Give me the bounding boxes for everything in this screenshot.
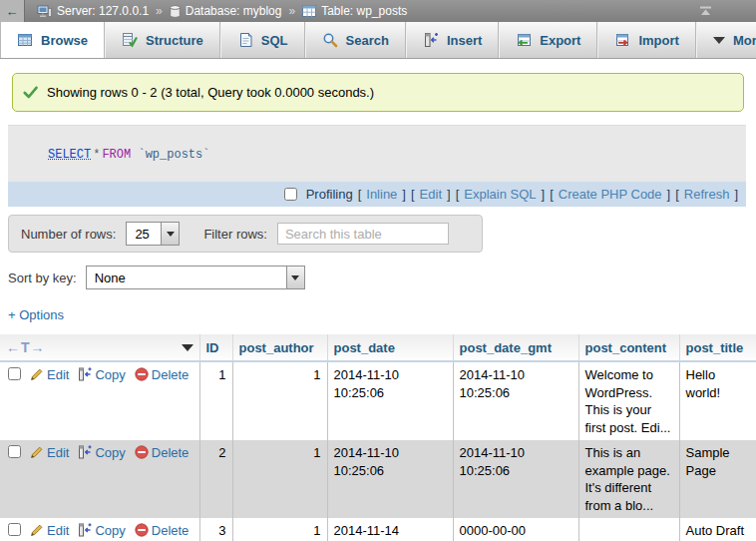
edit-link[interactable]: Edit [47, 523, 69, 538]
sql-keyword-select[interactable]: SELECT [48, 148, 91, 162]
cell-post-author[interactable]: 1 [232, 518, 327, 541]
column-header-post-title[interactable]: post_title [679, 334, 756, 361]
delete-icon [135, 445, 149, 464]
sql-icon [237, 32, 253, 48]
tab-insert[interactable]: Insert [406, 22, 499, 58]
cell-post-title[interactable]: Auto Draft [679, 518, 756, 541]
column-header-post-author[interactable]: post_author [232, 334, 327, 361]
cell-post-date-gmt[interactable]: 2014-11-10 10:25:06 [453, 361, 578, 440]
chevron-down-icon [161, 223, 179, 245]
cell-post-title[interactable]: Sample Page [679, 440, 756, 518]
delete-icon [135, 523, 149, 541]
delete-link[interactable]: Delete [152, 367, 189, 382]
row-checkbox[interactable] [8, 523, 21, 536]
back-arrow-icon[interactable]: ← [0, 0, 25, 22]
refresh-link[interactable]: Refresh [684, 187, 730, 202]
create-php-code-link[interactable]: Create PHP Code [559, 187, 662, 202]
row-actions-cell: EditCopyDelete [0, 361, 199, 440]
cell-id[interactable]: 2 [199, 440, 232, 518]
cell-post-date[interactable]: 2014-11-10 10:25:06 [327, 440, 453, 518]
breadcrumb-server-label: Server: 127.0.0.1 [57, 4, 149, 18]
row-actions-cell: EditCopyDelete [0, 440, 199, 518]
bracket: [ [456, 187, 460, 202]
cell-post-date[interactable]: 2014-11-14 06:33:38 [327, 518, 453, 541]
cell-post-date[interactable]: 2014-11-10 10:25:06 [327, 361, 453, 440]
tab-insert-label: Insert [447, 33, 482, 48]
breadcrumb-database[interactable]: Database: myblog [170, 4, 282, 18]
tab-search-label: Search [346, 33, 389, 48]
breadcrumb-table[interactable]: Table: wp_posts [302, 4, 407, 18]
sql-table-name: `wp_posts` [138, 148, 209, 162]
tab-search[interactable]: Search [305, 22, 406, 58]
cell-post-date-gmt[interactable]: 0000-00-00 00:00:00 [453, 518, 578, 541]
row-checkbox[interactable] [8, 367, 21, 380]
edit-link[interactable]: Edit [47, 367, 69, 382]
bracket: ] [734, 187, 738, 202]
edit-link[interactable]: Edit [47, 445, 69, 460]
copy-icon [78, 445, 92, 464]
copy-link[interactable]: Copy [95, 367, 125, 382]
copy-icon [78, 523, 92, 541]
database-icon [170, 5, 181, 18]
actions-header-cell: ←T→ [0, 334, 199, 361]
with-selected-dropdown-icon[interactable] [182, 344, 193, 351]
bracket: [ [358, 187, 362, 202]
cell-post-content[interactable]: This is an example page. It's different … [578, 440, 679, 518]
sort-by-key-value: None [87, 267, 286, 288]
cell-id[interactable]: 3 [199, 518, 232, 541]
bracket: [ [675, 187, 679, 202]
inline-link[interactable]: Inline [366, 187, 397, 202]
table-row: EditCopyDelete 3 1 2014-11-14 06:33:38 0… [0, 518, 756, 541]
rows-filter-panel: Number of rows: 25 Filter rows: [8, 215, 483, 253]
tab-browse[interactable]: Browse [0, 22, 105, 58]
copy-link[interactable]: Copy [95, 523, 125, 538]
copy-link[interactable]: Copy [95, 445, 125, 460]
tab-more[interactable]: More [696, 22, 756, 58]
bracket: ] [667, 187, 671, 202]
column-header-post-date-gmt[interactable]: post_date_gmt [453, 334, 578, 361]
tab-export[interactable]: Export [499, 22, 597, 58]
number-of-rows-value: 25 [127, 223, 161, 245]
explain-sql-link[interactable]: Explain SQL [464, 187, 536, 202]
delete-link[interactable]: Delete [152, 445, 189, 460]
sql-star: * [93, 148, 100, 162]
collapse-navigation-icon[interactable] [699, 6, 712, 16]
filter-rows-label: Filter rows: [203, 227, 267, 242]
delete-link[interactable]: Delete [152, 523, 189, 538]
breadcrumb-separator: » [156, 4, 163, 18]
number-of-rows-select[interactable]: 25 [126, 222, 180, 246]
tab-import[interactable]: Import [597, 22, 695, 58]
back-arrow-glyph: ← [6, 4, 19, 19]
insert-icon [423, 32, 439, 48]
query-links-bar: Profiling [ Inline ] [ Edit ] [ Explain … [8, 182, 746, 207]
cell-id[interactable]: 1 [199, 361, 232, 440]
chevron-down-icon [713, 37, 725, 44]
cell-post-date-gmt[interactable]: 2014-11-10 10:25:06 [453, 440, 578, 518]
sort-by-key-select[interactable]: None [86, 266, 305, 289]
row-checkbox[interactable] [8, 445, 21, 458]
status-message: Showing rows 0 - 2 (3 total, Query took … [12, 73, 744, 112]
import-icon [614, 32, 630, 48]
cell-post-author[interactable]: 1 [232, 361, 327, 440]
edit-query-link[interactable]: Edit [420, 187, 442, 202]
tab-export-label: Export [540, 33, 580, 48]
tab-structure[interactable]: Structure [105, 22, 220, 58]
cell-post-content[interactable] [578, 518, 679, 541]
cell-post-author[interactable]: 1 [232, 440, 327, 518]
pencil-icon [30, 367, 44, 386]
table-icon [302, 5, 316, 17]
column-header-post-content[interactable]: post_content [578, 334, 679, 361]
results-table: ←T→ ID post_author post_date post_date_g… [0, 334, 756, 541]
pencil-icon [30, 523, 44, 541]
tab-sql[interactable]: SQL [220, 22, 305, 58]
column-nav-control[interactable]: ←T→ [6, 339, 46, 355]
bracket: ] [402, 187, 406, 202]
cell-post-title[interactable]: Hello world! [679, 361, 756, 440]
column-header-post-date[interactable]: post_date [327, 334, 453, 361]
profiling-checkbox[interactable] [284, 188, 297, 201]
options-toggle[interactable]: + Options [8, 307, 64, 322]
cell-post-content[interactable]: Welcome to WordPress. This is your first… [578, 361, 679, 440]
filter-rows-input[interactable] [277, 223, 449, 245]
column-header-id[interactable]: ID [199, 334, 232, 361]
breadcrumb-server[interactable]: Server: 127.0.0.1 [37, 4, 149, 18]
